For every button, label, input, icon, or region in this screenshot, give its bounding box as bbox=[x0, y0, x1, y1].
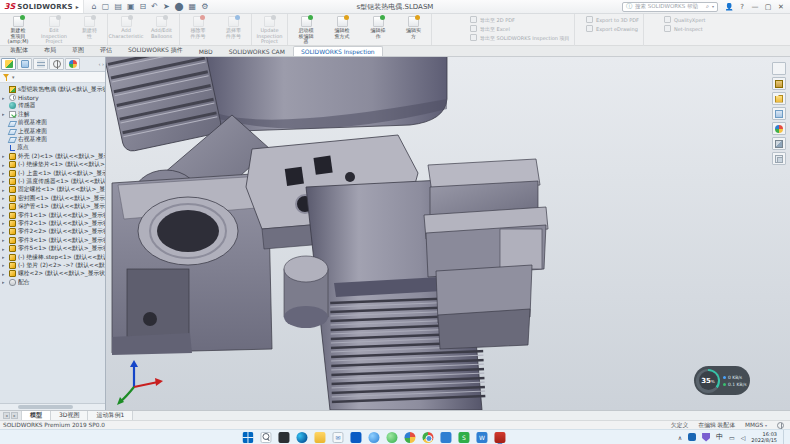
solidworks-logo[interactable]: 3S SOLIDWORKS ▸ bbox=[0, 0, 84, 13]
add-characteristic-button[interactable]: Add Characteristic bbox=[108, 14, 144, 45]
ime-indicator[interactable]: 中 bbox=[716, 432, 723, 442]
expand-icon[interactable]: ▸ bbox=[2, 194, 7, 202]
command-tab[interactable]: SOLIDWORKS CAM bbox=[221, 46, 293, 56]
search-icon[interactable]: ⌕ bbox=[706, 3, 709, 10]
expand-icon[interactable]: ▸ bbox=[2, 94, 7, 102]
search-caret-icon[interactable]: ▾ bbox=[712, 4, 714, 9]
export-link[interactable]: 导出至 Excel bbox=[470, 25, 570, 32]
edit-supplier-button[interactable]: 编辑实 方 bbox=[396, 14, 432, 45]
tree-item[interactable]: ▸ (-) 温度传感器<1> (默认<<默认>_ bbox=[2, 177, 105, 185]
pane-nav-left-icon[interactable]: ◂ bbox=[3, 412, 10, 419]
expand-icon[interactable]: ▸ bbox=[2, 152, 7, 160]
search-button[interactable] bbox=[260, 432, 271, 443]
expand-icon[interactable]: ▸ bbox=[2, 186, 7, 194]
new-inspection-project-button[interactable]: 新建检 查项目 (amp;M) bbox=[0, 14, 36, 45]
add-edit-balloons-button[interactable]: Add/Edit Balloons bbox=[144, 14, 180, 45]
command-tab[interactable]: SOLIDWORKS Inspection bbox=[293, 46, 383, 56]
edit-inspection-project-button[interactable]: Edit Inspection Project bbox=[36, 14, 72, 45]
pane-tab[interactable]: 3D视图 bbox=[51, 411, 88, 420]
login-icon[interactable]: 👤 bbox=[724, 3, 734, 11]
tree-item[interactable]: ▸ 保护管<1> (默认<<默认>_显示状 bbox=[2, 202, 105, 210]
command-tab[interactable]: MBD bbox=[191, 46, 221, 56]
view-palette-icon[interactable] bbox=[772, 107, 786, 120]
tree-item[interactable]: ▸ 原点 bbox=[2, 144, 105, 152]
tree-item[interactable]: ▸ 右视基准面 bbox=[2, 135, 105, 143]
app-s-icon[interactable]: S bbox=[458, 432, 469, 443]
status-globe-icon[interactable] bbox=[777, 422, 784, 429]
task-view-button[interactable] bbox=[278, 432, 289, 443]
expand-icon[interactable]: ▸ bbox=[2, 177, 7, 185]
edge-icon[interactable] bbox=[296, 432, 307, 443]
remove-balloons-button[interactable]: 移除零 件序号 bbox=[180, 14, 216, 45]
tree-item[interactable]: ▸ 零件2<1> (默认<<默认>_显示状 bbox=[2, 219, 105, 227]
file-explorer-icon[interactable] bbox=[772, 92, 786, 105]
display-settings-icon[interactable]: ▦ bbox=[189, 2, 197, 12]
export-link[interactable]: Export eDrawing bbox=[586, 25, 639, 32]
design-library-icon[interactable] bbox=[772, 77, 786, 90]
appearances-icon[interactable] bbox=[772, 122, 786, 135]
pane-tab[interactable]: 模型 bbox=[22, 411, 51, 420]
expand-icon[interactable]: ▸ bbox=[2, 169, 7, 177]
network-icon[interactable]: ▭ bbox=[729, 434, 735, 441]
tree-item[interactable]: ▸ 零件3<1> (默认<<默认>_显示状 bbox=[2, 236, 105, 244]
tree-item[interactable]: ▸ 零件5<1> (默认<<默认>_显示状 bbox=[2, 244, 105, 252]
expand-icon[interactable]: ▸ bbox=[2, 245, 7, 253]
scenes-icon[interactable] bbox=[772, 137, 786, 150]
export-link[interactable]: 导出至 SOLIDWORKS Inspection 项目 bbox=[470, 34, 570, 41]
restore-icon[interactable]: ▢ bbox=[763, 3, 773, 11]
notes-app-icon[interactable] bbox=[440, 432, 451, 443]
chrome-icon[interactable] bbox=[422, 432, 433, 443]
expand-icon[interactable]: ▸ bbox=[2, 228, 7, 236]
custom-properties-icon[interactable] bbox=[772, 152, 786, 165]
tree-item[interactable]: ▸ (-) 绝缘垫片<1> (默认<<默认>_显 bbox=[2, 161, 105, 169]
tab-display-manager[interactable] bbox=[65, 58, 80, 70]
tree-item[interactable]: ▸ 密封圈<1> (默认<<默认>_显示状 bbox=[2, 194, 105, 202]
tab-feature-tree[interactable] bbox=[1, 58, 16, 70]
close-icon[interactable]: ✕ bbox=[776, 3, 786, 11]
pane-nav-right-icon[interactable]: ▸ bbox=[11, 412, 18, 419]
tree-item[interactable]: ▸ (-) 上盖<1> (默认<<默认>_显示状 bbox=[2, 169, 105, 177]
rebuild-icon[interactable]: ⬤ bbox=[175, 2, 184, 12]
tab-dimxpert[interactable] bbox=[49, 58, 64, 70]
store-icon[interactable] bbox=[350, 432, 361, 443]
new-characteristic-button[interactable]: 新建特 性 bbox=[72, 14, 108, 45]
select-arrow-icon[interactable]: ➤ bbox=[163, 2, 170, 12]
graphics-viewport[interactable] bbox=[0, 57, 790, 410]
tree-item[interactable]: ▸ 螺栓<2> (默认<<默认>_显示状态 bbox=[2, 270, 105, 278]
print-icon[interactable]: ⊟ bbox=[140, 2, 147, 12]
taskbar-clock[interactable]: 16:03 2022/8/15 bbox=[751, 431, 777, 443]
search-input[interactable]: ⓘ 搜索 SOLIDWORKS 帮助 ⌕ ▾ bbox=[622, 2, 718, 12]
show-desktop-button[interactable] bbox=[783, 430, 786, 444]
expand-icon[interactable]: ▸ bbox=[2, 261, 7, 269]
mail-icon[interactable]: ✉ bbox=[332, 432, 343, 443]
tree-item[interactable]: ▸ 前视基准面 bbox=[2, 119, 105, 127]
undo-icon[interactable]: ↶ bbox=[151, 2, 158, 12]
tray-chevron-icon[interactable]: ∧ bbox=[678, 434, 682, 441]
weather-icon[interactable] bbox=[368, 432, 379, 443]
tree-item[interactable]: ▸ 固定螺栓<1> (默认<<默认>_显示 bbox=[2, 186, 105, 194]
tree-item[interactable]: ▸ 零件1<1> (默认<<默认>_显示状态 bbox=[2, 211, 105, 219]
new-document-icon[interactable]: ▢ bbox=[102, 2, 110, 12]
expand-icon[interactable]: ▸ bbox=[2, 110, 7, 118]
export-link[interactable]: QualityXpert bbox=[664, 16, 706, 23]
edit-operation-button[interactable]: 编辑操 作 bbox=[360, 14, 396, 45]
tree-item[interactable]: ▸ (-) 绝缘棒.step<1> (默认<<默认> bbox=[2, 253, 105, 261]
pane-tab[interactable]: 运动算例1 bbox=[88, 411, 133, 420]
expand-icon[interactable]: ▸ bbox=[2, 211, 7, 219]
panel-tab-arrows[interactable]: ‹ › bbox=[98, 61, 104, 67]
expand-icon[interactable]: ▸ bbox=[2, 203, 7, 211]
filter-funnel-icon[interactable] bbox=[3, 74, 10, 81]
update-inspection-project-button[interactable]: Update Inspection Project bbox=[252, 14, 288, 45]
tree-item[interactable]: ▸ 上视基准面 bbox=[2, 127, 105, 135]
edit-inspection-method-button[interactable]: 编辑检 查方式 bbox=[324, 14, 360, 45]
tree-item[interactable]: ▸ 外壳 (2)<1> (默认<<默认>_显示状 bbox=[2, 152, 105, 160]
onedrive-icon[interactable] bbox=[688, 433, 696, 441]
expand-icon[interactable]: ▸ bbox=[2, 278, 7, 286]
home-icon[interactable]: ⌂ bbox=[92, 2, 97, 12]
system-monitor-overlay[interactable]: 35 % 0 KB/s 0.1 KB/s bbox=[694, 366, 750, 395]
tree-item[interactable]: ▸ 零件2<2> (默认<<默认>_显示状 bbox=[2, 228, 105, 236]
expand-icon[interactable]: ▸ bbox=[2, 253, 7, 261]
scrollbar-thumb[interactable] bbox=[18, 405, 73, 409]
select-balloons-button[interactable]: 选择零 件序号 bbox=[216, 14, 252, 45]
options-gear-icon[interactable]: ⚙ bbox=[201, 2, 208, 12]
